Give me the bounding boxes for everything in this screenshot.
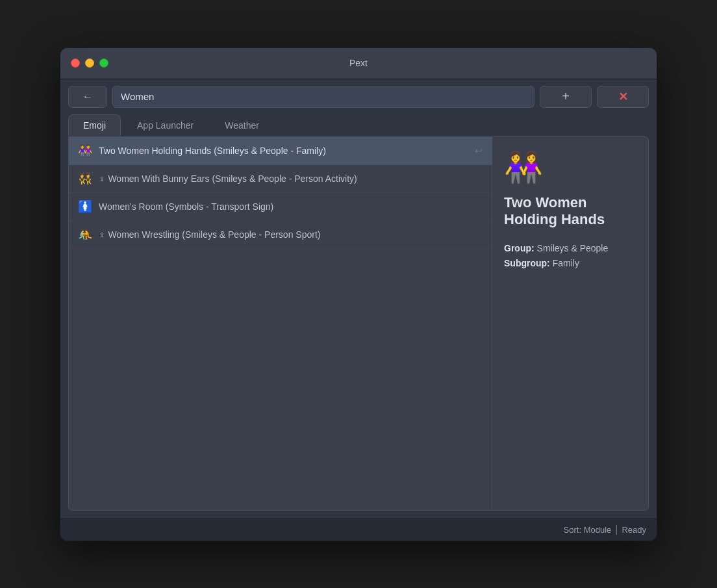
list-panel: 👭 Two Women Holding Hands (Smileys & Peo… — [69, 137, 492, 510]
tab-emoji[interactable]: Emoji — [68, 114, 121, 136]
delete-button[interactable]: ✕ — [597, 86, 649, 108]
minimize-button[interactable] — [85, 58, 94, 68]
list-item[interactable]: 👯 ♀ Women With Bunny Ears (Smileys & Peo… — [69, 165, 492, 193]
traffic-lights — [71, 58, 108, 68]
statusbar: Sort: Module | Ready — [60, 518, 657, 541]
list-item[interactable]: 🚺 Women's Room (Symbols - Transport Sign… — [69, 193, 492, 221]
item-text: ♀ Women Wrestling (Smileys & People - Pe… — [99, 229, 483, 240]
back-button[interactable]: ← — [68, 86, 107, 108]
detail-meta: Group: Smileys & People Subgroup: Family — [504, 241, 636, 270]
enter-icon: ↩ — [475, 146, 483, 156]
group-label: Group: — [504, 243, 535, 253]
titlebar: Pext — [60, 48, 657, 79]
item-emoji: 👯 — [78, 172, 92, 186]
item-emoji: 👭 — [78, 144, 92, 158]
item-emoji: 🤼 — [78, 227, 92, 242]
toolbar: ← + ✕ — [60, 79, 657, 114]
item-text: Two Women Holding Hands (Smileys & Peopl… — [99, 146, 468, 156]
list-item[interactable]: 👭 Two Women Holding Hands (Smileys & Peo… — [69, 137, 492, 165]
group-value: Smileys & People — [537, 243, 609, 253]
window-title: Pext — [349, 58, 368, 68]
status-label: Ready — [622, 525, 646, 535]
subgroup-label: Subgroup: — [504, 258, 550, 268]
item-text: ♀ Women With Bunny Ears (Smileys & Peopl… — [99, 173, 483, 184]
sort-label: Sort: Module — [564, 525, 612, 535]
item-emoji: 🚺 — [78, 199, 92, 214]
search-input[interactable] — [112, 86, 535, 108]
main-content: 👭 Two Women Holding Hands (Smileys & Peo… — [68, 136, 649, 511]
status-separator: | — [615, 524, 618, 535]
close-button[interactable] — [71, 58, 80, 68]
detail-emoji: 👭 — [504, 150, 636, 186]
subgroup-value: Family — [553, 258, 579, 268]
tab-weather[interactable]: Weather — [210, 114, 274, 136]
item-text: Women's Room (Symbols - Transport Sign) — [99, 201, 483, 212]
detail-title: Two Women Holding Hands — [504, 194, 636, 229]
maximize-button[interactable] — [99, 58, 108, 68]
tab-app-launcher[interactable]: App Launcher — [122, 114, 208, 136]
add-button[interactable]: + — [540, 86, 592, 108]
detail-panel: 👭 Two Women Holding Hands Group: Smileys… — [492, 137, 648, 510]
main-window: Pext ← + ✕ Emoji App Launcher Weather 👭 … — [60, 47, 657, 541]
list-item[interactable]: 🤼 ♀ Women Wrestling (Smileys & People - … — [69, 221, 492, 249]
tab-bar: Emoji App Launcher Weather — [60, 114, 657, 136]
